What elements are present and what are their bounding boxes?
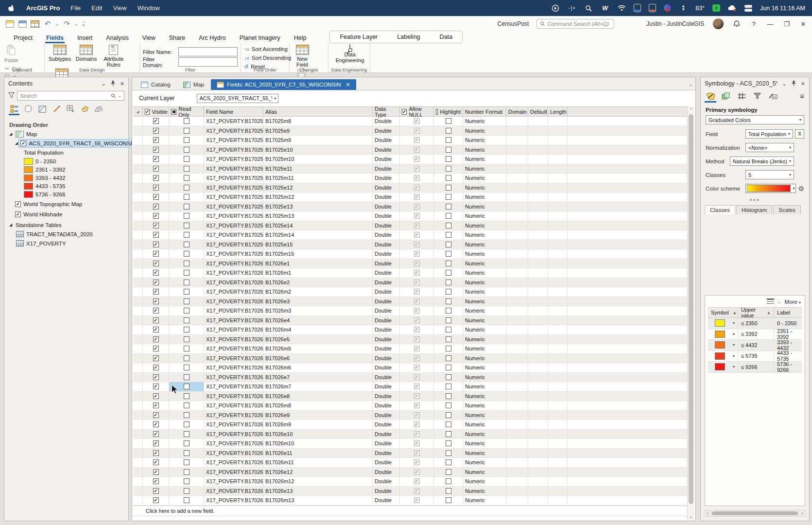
- symbology-tab[interactable]: Classes: [705, 205, 735, 214]
- length-cell[interactable]: [548, 439, 568, 448]
- data-type-cell[interactable]: Double: [373, 240, 400, 249]
- default-cell[interactable]: [528, 363, 548, 372]
- wifi-icon[interactable]: [617, 4, 626, 13]
- alias-cell[interactable]: B17025e15: [263, 240, 373, 249]
- column-header-length[interactable]: Length: [548, 107, 568, 116]
- allow-null-checkbox[interactable]: [414, 232, 420, 238]
- number-format-cell[interactable]: Numeric: [463, 240, 506, 249]
- read-only-checkbox[interactable]: [184, 327, 190, 332]
- length-cell[interactable]: [548, 449, 568, 458]
- field-row[interactable]: X17_POVERTY.B17026m2 B17026m2 Double Num…: [133, 287, 688, 297]
- symbol-dropdown-icon[interactable]: ▾: [733, 332, 735, 336]
- length-cell[interactable]: [548, 344, 568, 353]
- domain-cell[interactable]: [506, 287, 528, 297]
- expand-collapse-icon[interactable]: ◢: [9, 223, 13, 227]
- allow-null-checkbox[interactable]: [414, 374, 420, 380]
- domain-cell[interactable]: [506, 202, 528, 211]
- scroll-left-icon[interactable]: ‹: [704, 511, 711, 516]
- field-name-cell[interactable]: X17_POVERTY.B17026m2: [204, 287, 263, 297]
- field-row[interactable]: X17_POVERTY.B17026m10 B17026m10 Double N…: [133, 439, 688, 449]
- field-name-cell[interactable]: X17_POVERTY.B17026e6: [204, 354, 263, 363]
- number-format-cell[interactable]: Numeric: [463, 458, 506, 467]
- symbology-tab[interactable]: Histogram: [736, 205, 772, 214]
- alias-cell[interactable]: B17026m13: [263, 496, 373, 505]
- scrollbar-thumb[interactable]: [689, 114, 693, 504]
- default-cell[interactable]: [528, 211, 548, 221]
- field-row[interactable]: X17_POVERTY.B17025e12 B17025e12 Double N…: [133, 183, 688, 193]
- visible-checkbox[interactable]: [153, 261, 159, 266]
- visible-checkbox[interactable]: [153, 365, 159, 370]
- filter-funnel-icon[interactable]: [8, 91, 15, 100]
- field-name-cell[interactable]: X17_POVERTY.B17026m7: [204, 382, 263, 391]
- read-only-checkbox[interactable]: [184, 336, 190, 342]
- field-name-cell[interactable]: X17_POVERTY.B17026m6: [204, 363, 263, 372]
- visible-checkbox[interactable]: [153, 459, 159, 465]
- read-only-checkbox[interactable]: [184, 317, 190, 323]
- number-format-cell[interactable]: Numeric: [463, 278, 506, 287]
- highlight-checkbox[interactable]: [446, 478, 451, 484]
- data-type-cell[interactable]: Double: [373, 249, 400, 259]
- read-only-checkbox[interactable]: [184, 156, 190, 162]
- field-name-cell[interactable]: X17_POVERTY.B17026m9: [204, 420, 263, 429]
- menu-file[interactable]: File: [70, 4, 81, 12]
- allow-null-checkbox[interactable]: [414, 280, 420, 285]
- data-type-cell[interactable]: Double: [373, 411, 400, 420]
- number-format-cell[interactable]: Numeric: [463, 117, 506, 126]
- column-header-visible[interactable]: Visible: [143, 107, 169, 116]
- symbol-layer-drawing-tool-icon[interactable]: [737, 92, 746, 100]
- data-type-cell[interactable]: Double: [373, 136, 400, 145]
- list-by-selection-icon[interactable]: [37, 105, 47, 113]
- read-only-checkbox[interactable]: [184, 194, 190, 200]
- upper-value-cell[interactable]: ≤ 2350: [738, 318, 774, 329]
- read-only-checkbox[interactable]: [184, 431, 190, 437]
- visible-checkbox[interactable]: [153, 289, 159, 295]
- highlight-checkbox[interactable]: [446, 223, 451, 228]
- domain-cell[interactable]: [506, 458, 528, 467]
- read-only-checkbox[interactable]: [184, 185, 190, 191]
- column-header-domain[interactable]: Domain: [506, 107, 528, 116]
- allow-null-checkbox[interactable]: [414, 412, 420, 418]
- length-cell[interactable]: [548, 316, 568, 325]
- highlight-checkbox[interactable]: [446, 185, 451, 191]
- domain-cell[interactable]: [506, 477, 528, 486]
- allow-null-checkbox[interactable]: [414, 166, 420, 172]
- length-cell[interactable]: [548, 297, 568, 306]
- length-cell[interactable]: [548, 126, 568, 136]
- number-format-cell[interactable]: Numeric: [463, 496, 506, 505]
- field-name-cell[interactable]: X17_POVERTY.B17026m13: [204, 496, 263, 505]
- allow-null-checkbox[interactable]: [414, 336, 420, 342]
- search-options-chevron-icon[interactable]: ⌄: [118, 93, 121, 98]
- field-row[interactable]: X17_POVERTY.B17025e10 B17025e10 Double N…: [133, 145, 688, 155]
- save-project-icon[interactable]: [17, 19, 27, 28]
- allow-null-checkbox[interactable]: [414, 204, 420, 210]
- field-name-cell[interactable]: X17_POVERTY.B17026e3: [204, 297, 263, 306]
- alias-cell[interactable]: B17026m8: [263, 401, 373, 410]
- highlight-checkbox[interactable]: [446, 384, 451, 389]
- apple-logo-icon[interactable]: [7, 4, 16, 13]
- field-name-cell[interactable]: X17_POVERTY.B17026m10: [204, 439, 263, 448]
- stage-manager-icon[interactable]: [744, 5, 752, 12]
- alias-cell[interactable]: B17026e8: [263, 392, 373, 401]
- data-type-cell[interactable]: Double: [373, 382, 400, 391]
- read-only-checkbox[interactable]: [184, 450, 190, 456]
- alias-cell[interactable]: B17025m15: [263, 249, 373, 259]
- read-only-checkbox[interactable]: [184, 118, 190, 124]
- data-type-cell[interactable]: Double: [373, 297, 400, 306]
- view-options-chevron-icon[interactable]: ⌄: [777, 299, 781, 304]
- data-type-cell[interactable]: Double: [373, 221, 400, 230]
- legend-entry[interactable]: 3393 - 4432: [9, 174, 128, 181]
- length-cell[interactable]: [548, 496, 568, 505]
- number-format-cell[interactable]: Numeric: [463, 392, 506, 401]
- default-cell[interactable]: [528, 344, 548, 353]
- field-name-cell[interactable]: X17_POVERTY.B17025m13: [204, 211, 263, 221]
- field-row[interactable]: X17_POVERTY.B17026m6 B17026m6 Double Num…: [133, 363, 688, 373]
- number-format-cell[interactable]: Numeric: [463, 344, 506, 353]
- field-name-cell[interactable]: X17_POVERTY.B17026m12: [204, 477, 263, 486]
- visible-checkbox[interactable]: [153, 488, 159, 494]
- more-button[interactable]: More ▾: [785, 299, 801, 305]
- highlight-checkbox[interactable]: [446, 355, 451, 361]
- highlight-checkbox[interactable]: [446, 166, 451, 172]
- symbology-menu-chevron-icon[interactable]: ⌄: [782, 81, 787, 87]
- signed-in-user[interactable]: Justin - JustinColeGIS: [646, 20, 704, 27]
- field-row[interactable]: X17_POVERTY.B17026m13 B17026m13 Double N…: [133, 496, 688, 506]
